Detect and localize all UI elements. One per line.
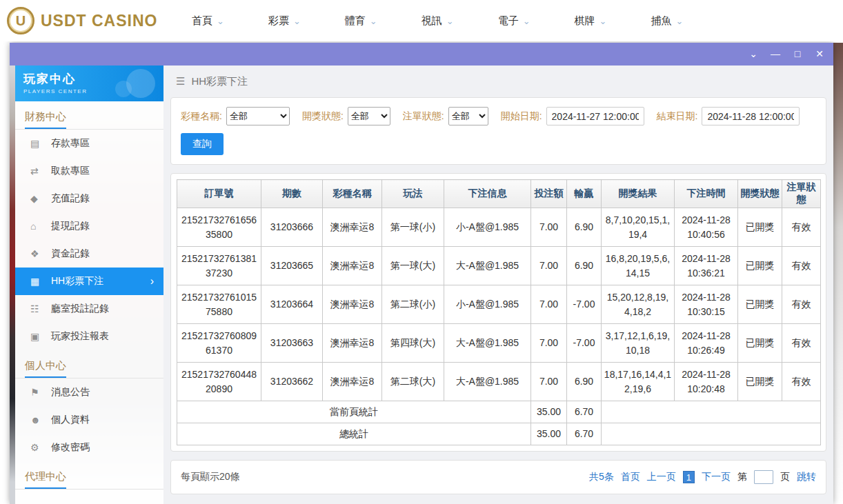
sidebar-section-label: 個人中心	[25, 359, 66, 378]
logo[interactable]: U USDT CASINO	[7, 7, 171, 34]
end-date-label: 結束日期:	[657, 110, 698, 123]
table-cell: 已開獎	[738, 363, 782, 401]
table-cell: 澳洲幸运8	[323, 324, 382, 363]
table-cell: 6.90	[567, 363, 602, 401]
sidebar-item-label: HH彩票下注	[51, 275, 103, 288]
maximize-button[interactable]: □	[786, 43, 809, 65]
start-date-input[interactable]	[546, 107, 644, 125]
summary-empty	[602, 423, 821, 445]
page-jump-input[interactable]	[754, 470, 773, 484]
sidebar-item-label: 廳室投註記錄	[51, 303, 109, 315]
table-cell: 2024-11-28 10:26:49	[675, 324, 738, 363]
summary-label: 總統計	[177, 423, 531, 445]
sidebar-item-hh-lottery-bet[interactable]: ▦HH彩票下注›	[15, 268, 163, 295]
summary-bet-total: 35.00	[531, 423, 567, 445]
nav-item-video[interactable]: 視訊⌄	[422, 14, 454, 28]
nav-item-board-games[interactable]: 棋牌⌄	[575, 14, 607, 28]
chevron-right-icon: ›	[150, 275, 154, 288]
table-cell: 31203664	[261, 285, 323, 324]
start-date-label: 開始日期:	[501, 110, 542, 123]
nav-item-label: 棋牌	[575, 14, 595, 28]
page-title: HH彩票下注	[191, 75, 248, 88]
sidebar-item-hall-bet-record[interactable]: ☷廳室投註記錄	[15, 295, 163, 323]
sidebar-item-announcements[interactable]: ⚑消息公告	[15, 379, 163, 406]
draw-status-select[interactable]: 全部	[348, 107, 390, 125]
table-cell: -7.00	[567, 285, 602, 324]
nav-item-sports[interactable]: 體育⌄	[345, 14, 377, 28]
jump-suffix-label: 页	[780, 471, 790, 483]
close-button[interactable]: ✕	[809, 43, 831, 65]
table-cell: 第二球(大)	[382, 363, 444, 401]
sidebar-item-deposit-area[interactable]: ▤存款專區	[15, 130, 163, 157]
lottery-bet-icon: ▦	[30, 276, 51, 287]
withdraw-icon: ⇄	[30, 165, 51, 177]
sidebar-title: 玩家中心	[23, 71, 163, 87]
nav-item-label: 視訊	[422, 14, 442, 28]
sidebar-item-label: 充值記錄	[51, 192, 90, 205]
current-page-indicator[interactable]: 1	[683, 471, 695, 483]
collapse-button[interactable]: ⌄	[742, 43, 764, 65]
table-cell: 2152173276044820890	[177, 363, 261, 401]
main-content: ☰ HH彩票下注 彩種名稱:全部開獎狀態:全部注單狀態:全部開始日期:結束日期:…	[163, 65, 833, 504]
jump-button[interactable]: 跳转	[797, 471, 816, 483]
table-cell: 2024-11-28 10:36:21	[675, 247, 738, 285]
table-row: 215217327616563580031203666澳洲幸运8第一球(小)小-…	[177, 208, 821, 247]
sidebar-item-withdrawal-record[interactable]: ⌂提現記錄	[15, 212, 163, 240]
table-cell: 澳洲幸运8	[323, 285, 382, 324]
table-cell: 31203663	[261, 324, 323, 363]
sidebar-item-profile[interactable]: ☻個人資料	[15, 406, 163, 434]
sidebar-item-player-bet-report[interactable]: ▣玩家投注報表	[15, 323, 163, 350]
chevron-down-icon: ⌄	[293, 17, 301, 26]
table-cell: 3,17,12,1,6,19,10,18	[602, 324, 675, 363]
nav-item-label: 首頁	[192, 14, 212, 28]
bets-table-panel: 訂單號期數彩種名稱玩法下注信息投注額輸贏開獎結果下注時間開獎狀態注單狀態 215…	[170, 173, 826, 452]
nav-item-home[interactable]: 首頁⌄	[192, 14, 224, 28]
table-cell: 16,8,20,19,5,6,14,15	[602, 247, 675, 285]
nav-item-label: 彩票	[268, 14, 289, 28]
order-status-select[interactable]: 全部	[448, 107, 488, 125]
sidebar-item-label: 玩家投注報表	[51, 330, 109, 343]
table-cell: 第四球(大)	[382, 324, 444, 363]
column-header: 開獎結果	[602, 180, 675, 208]
sidebar-item-change-password[interactable]: ⚙修改密碼	[15, 434, 163, 461]
table-cell: 2152173276138137230	[177, 247, 261, 285]
sidebar-item-funds-record[interactable]: ❖資金記錄	[15, 240, 163, 268]
table-cell: 7.00	[531, 247, 567, 285]
chevron-down-icon: ⌄	[446, 17, 454, 26]
menu-icon[interactable]: ☰	[176, 75, 185, 88]
order-status-label: 注單狀態:	[403, 110, 444, 123]
table-cell: 小-A盤@1.985	[444, 285, 531, 324]
table-cell: 6.90	[567, 247, 602, 285]
prev-page-link[interactable]: 上一页	[647, 471, 676, 483]
table-cell: 31203666	[261, 208, 323, 247]
next-page-link[interactable]: 下一页	[702, 471, 731, 483]
column-header: 下注時間	[675, 180, 738, 208]
nav-item-electronic[interactable]: 電子⌄	[498, 14, 530, 28]
sidebar-item-recharge-record[interactable]: ◆充值記錄	[15, 185, 163, 212]
pagination-panel: 每頁顯示20條 共5条 首页 上一页 1 下一页 第 页 跳转	[170, 460, 826, 494]
sidebar-menu: 財務中心▤存款專區⇄取款專區◆充值記錄⌂提現記錄❖資金記錄▦HH彩票下注›☷廳室…	[15, 101, 163, 504]
column-header: 玩法	[382, 180, 444, 208]
jump-prefix-label: 第	[737, 471, 747, 483]
deposit-icon: ▤	[30, 138, 51, 149]
table-cell: 有效	[782, 208, 821, 247]
table-cell: 已開獎	[738, 247, 782, 285]
table-cell: 大-A盤@1.985	[444, 363, 531, 401]
end-date-input[interactable]	[702, 107, 800, 125]
search-button[interactable]: 查詢	[181, 133, 224, 155]
summary-empty	[602, 401, 821, 423]
nav-item-fishing[interactable]: 捕魚⌄	[651, 14, 683, 28]
nav-item-lottery[interactable]: 彩票⌄	[268, 14, 301, 28]
sidebar-item-withdraw-area[interactable]: ⇄取款專區	[15, 157, 163, 185]
minimize-button[interactable]: —	[764, 43, 786, 65]
logo-icon: U	[7, 7, 34, 34]
nav-item-label: 捕魚	[651, 14, 671, 28]
summary-bet-total: 35.00	[531, 401, 567, 423]
sidebar-section-agent-center: 代理中心	[15, 461, 163, 490]
sidebar-item-label: 消息公告	[51, 386, 90, 399]
summary-label: 當前頁統計	[177, 401, 531, 423]
lottery-name-label: 彩種名稱:	[181, 110, 222, 123]
column-header: 注單狀態	[782, 180, 821, 208]
first-page-link[interactable]: 首页	[621, 471, 640, 483]
lottery-name-select[interactable]: 全部	[226, 107, 290, 125]
